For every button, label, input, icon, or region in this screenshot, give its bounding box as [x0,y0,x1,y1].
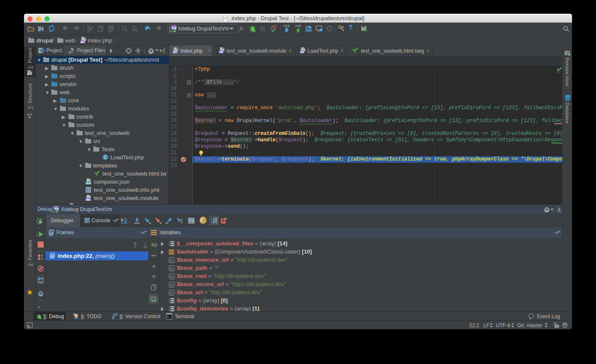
svg-text:s: s [51,255,53,258]
svg-text:01: 01 [170,292,173,295]
svg-text:3: 3 [169,301,170,304]
svg-text:JSON: JSON [86,182,91,185]
svg-text:C: C [104,155,107,160]
svg-text:php: php [300,51,304,53]
svg-text:php: php [80,41,85,43]
svg-text:php: php [219,51,223,53]
svg-text:php: php [86,198,91,201]
svg-text:php: php [173,51,177,53]
svg-text:01: 01 [170,283,173,287]
svg-text:>_: >_ [167,315,171,319]
svg-text:3: 3 [169,245,170,247]
svg-text:01: 01 [170,259,173,263]
svg-text:01: 01 [170,267,173,271]
svg-text:01: 01 [170,275,173,279]
svg-text:8: 8 [74,313,75,316]
svg-text:s: s [50,233,52,236]
